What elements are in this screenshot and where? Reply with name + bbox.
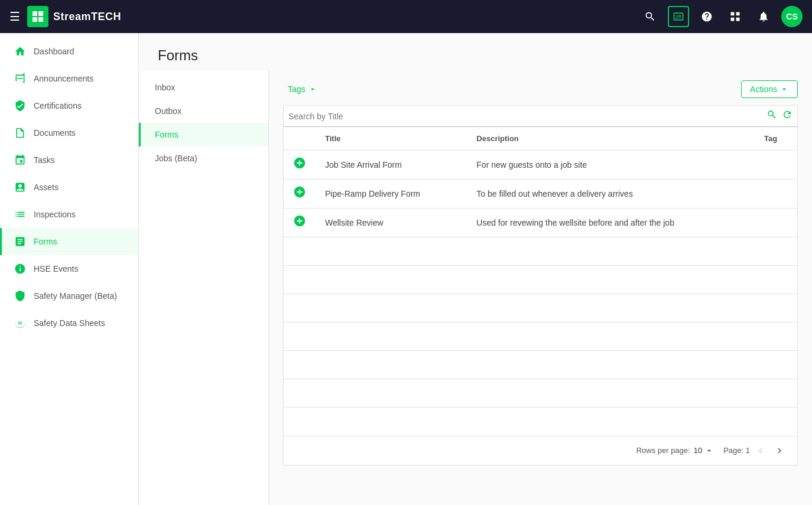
row-tag	[755, 408, 797, 436]
sidebar-label-assets: Assets	[34, 183, 59, 192]
certifications-icon	[14, 99, 27, 112]
toolbar: Tags Actions	[283, 80, 798, 98]
row-description	[467, 379, 755, 408]
page-header: Forms	[139, 33, 812, 71]
forms-table: Title Description Tag Job Site Arrival F…	[284, 127, 797, 436]
sidebar-item-announcements[interactable]: Announcements	[0, 65, 138, 92]
documents-icon	[14, 126, 27, 139]
sub-sidebar-item-jobs-beta[interactable]: Jobs (Beta)	[139, 146, 268, 170]
main-layout: Dashboard Announcements Certifications D…	[0, 33, 812, 505]
sidebar-label-certifications: Certifications	[34, 101, 82, 110]
row-title	[316, 379, 467, 408]
table-row	[284, 408, 797, 436]
row-tag	[755, 351, 797, 379]
table-row	[284, 237, 797, 266]
svg-rect-0	[33, 11, 37, 16]
app-name: StreamTECH	[53, 11, 121, 23]
pagination-next-button[interactable]	[771, 442, 788, 459]
sub-sidebar-item-inbox[interactable]: Inbox	[139, 76, 268, 99]
actions-button[interactable]: Actions	[741, 80, 798, 98]
row-tag	[755, 208, 797, 237]
row-add-icon-cell	[284, 351, 316, 379]
forms-icon	[14, 235, 27, 248]
bell-icon[interactable]	[753, 6, 774, 27]
user-avatar[interactable]: CS	[781, 6, 803, 27]
sidebar-item-certifications[interactable]: Certifications	[0, 92, 138, 119]
refresh-icon[interactable]	[782, 109, 792, 123]
col-header-title: Title	[316, 127, 467, 151]
row-add-icon-cell	[284, 322, 316, 351]
sidebar-item-hse-events[interactable]: HSE Events	[0, 255, 138, 282]
row-add-icon[interactable]	[293, 216, 306, 230]
safety-manager-icon	[14, 289, 27, 302]
row-title	[316, 351, 467, 379]
person-id-icon[interactable]	[668, 6, 689, 27]
pagination-prev-button[interactable]	[752, 442, 769, 459]
row-tag	[755, 322, 797, 351]
sub-sidebar-item-outbox[interactable]: Outbox	[139, 99, 268, 123]
sidebar-item-assets[interactable]: Assets	[0, 174, 138, 201]
row-description: Used for revewing the wellsite before an…	[467, 208, 755, 237]
row-description	[467, 266, 755, 294]
table-row	[284, 294, 797, 322]
search-bar	[284, 106, 797, 127]
sidebar-item-dashboard[interactable]: Dashboard	[0, 38, 138, 65]
pagination: Rows per page: 10 Page: 1	[284, 436, 797, 465]
row-add-icon-cell	[284, 237, 316, 266]
row-description	[467, 294, 755, 322]
sidebar: Dashboard Announcements Certifications D…	[0, 33, 139, 505]
sidebar-label-safety-data-sheets: Safety Data Sheets	[34, 318, 105, 328]
row-tag	[755, 180, 797, 208]
sidebar-item-safety-manager[interactable]: Safety Manager (Beta)	[0, 282, 138, 309]
hse-icon	[14, 262, 27, 275]
row-add-icon[interactable]	[293, 187, 306, 201]
sub-sidebar: Inbox Outbox Forms Jobs (Beta)	[139, 71, 269, 505]
row-description: To be filled out whenever a delivery arr…	[467, 180, 755, 208]
sidebar-label-safety-manager: Safety Manager (Beta)	[34, 291, 117, 301]
row-description	[467, 408, 755, 436]
sidebar-item-forms[interactable]: Forms	[0, 228, 138, 255]
sidebar-label-documents: Documents	[34, 128, 76, 138]
table-row	[284, 379, 797, 408]
inspections-icon	[14, 208, 27, 221]
assets-icon	[14, 181, 27, 194]
row-add-icon[interactable]	[293, 158, 306, 172]
table-row: Job Site Arrival FormFor new guests onto…	[284, 151, 797, 180]
sidebar-label-forms: Forms	[34, 237, 57, 246]
main-panel: Tags Actions	[269, 71, 812, 505]
app-logo[interactable]: StreamTECH	[27, 6, 121, 27]
inner-layout: Inbox Outbox Forms Jobs (Beta) Tags Acti…	[139, 71, 812, 505]
rows-per-page-select[interactable]: 10	[694, 446, 714, 455]
safety-data-sheets-icon	[14, 317, 27, 330]
col-header-description: Description	[467, 127, 755, 151]
search-input[interactable]	[288, 112, 762, 121]
pagination-nav: Page: 1	[723, 442, 788, 459]
sidebar-item-documents[interactable]: Documents	[0, 119, 138, 146]
sidebar-label-dashboard: Dashboard	[34, 47, 74, 56]
col-header-tag: Tag	[755, 127, 797, 151]
tags-button[interactable]: Tags	[283, 82, 322, 96]
help-icon[interactable]	[696, 6, 717, 27]
sidebar-item-safety-data-sheets[interactable]: Safety Data Sheets	[0, 309, 138, 337]
row-tag	[755, 151, 797, 180]
row-description	[467, 322, 755, 351]
search-submit-icon[interactable]	[766, 109, 777, 123]
row-title: Pipe-Ramp Delivery Form	[316, 180, 467, 208]
page-title: Forms	[158, 47, 793, 64]
grid-icon[interactable]	[725, 6, 746, 27]
sidebar-item-inspections[interactable]: Inspections	[0, 201, 138, 228]
row-description: For new guests onto a job site	[467, 151, 755, 180]
row-add-icon-cell	[284, 180, 316, 208]
row-title: Job Site Arrival Form	[316, 151, 467, 180]
announcements-icon	[14, 72, 27, 85]
sidebar-label-tasks: Tasks	[34, 155, 55, 165]
sub-sidebar-item-forms[interactable]: Forms	[139, 123, 268, 146]
sidebar-label-announcements: Announcements	[34, 74, 93, 83]
content-area: Forms Inbox Outbox Forms Jobs (Beta) Tag…	[139, 33, 812, 505]
row-title	[316, 294, 467, 322]
row-add-icon-cell	[284, 266, 316, 294]
menu-icon[interactable]: ☰	[9, 9, 20, 24]
search-icon[interactable]	[639, 6, 661, 27]
dashboard-icon	[14, 45, 27, 58]
sidebar-item-tasks[interactable]: Tasks	[0, 146, 138, 174]
